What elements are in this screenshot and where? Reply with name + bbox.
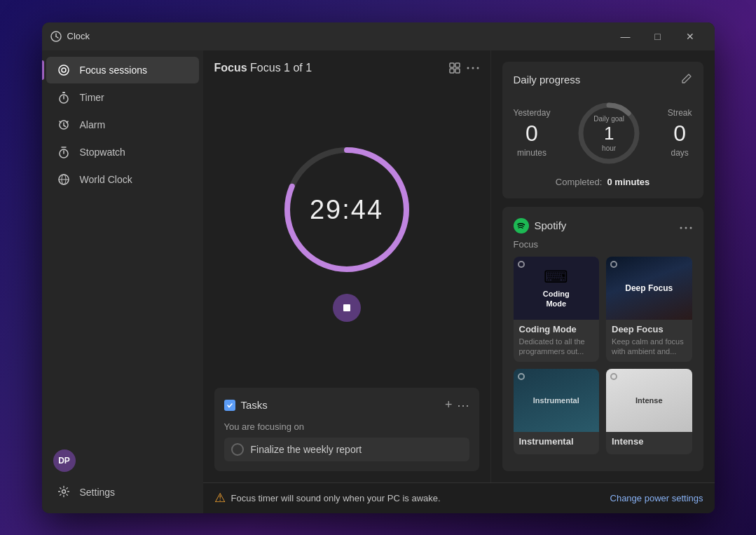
yesterday-label: Yesterday	[514, 108, 551, 118]
svg-line-2	[56, 36, 58, 38]
intense-thumb: Intense	[606, 369, 692, 432]
focus-header: Focus Focus 1 of 1	[214, 62, 479, 74]
content-area: Focus Focus 1 of 1	[203, 50, 715, 482]
sidebar-item-stopwatch[interactable]: Stopwatch	[46, 139, 199, 165]
instrumental-info: Instrumental	[514, 432, 600, 454]
deep-focus-desc: Keep calm and focus with ambient and...	[612, 337, 687, 357]
coding-mode-overlay: ⌨ CodingMode	[514, 257, 600, 320]
worldclock-icon	[57, 173, 70, 186]
tasks-more-button[interactable]: ⋯	[457, 398, 469, 413]
sidebar-item-focus[interactable]: Focus sessions	[46, 57, 199, 83]
focus-controls	[448, 62, 479, 74]
timer-icon	[57, 91, 70, 104]
spotify-section-label: Focus	[514, 239, 692, 250]
tasks-actions: + ⋯	[445, 398, 469, 413]
title-bar: Clock — □ ✕	[42, 22, 715, 50]
coding-mode-text: CodingMode	[543, 290, 570, 308]
change-power-settings-link[interactable]: Change power settings	[610, 493, 703, 503]
coding-mode-desc: Dedicated to all the programmers out...	[519, 337, 594, 357]
title-bar-controls: — □ ✕	[610, 25, 706, 48]
spotify-logo	[514, 218, 529, 233]
tasks-icon	[224, 400, 235, 411]
alarm-icon	[57, 118, 70, 131]
svg-rect-16	[450, 69, 454, 73]
timer-container: 29:44	[214, 83, 479, 379]
sidebar-item-settings[interactable]: Settings	[46, 478, 199, 507]
svg-point-26	[680, 227, 682, 229]
sidebar-item-worldclock[interactable]: World Clock	[46, 166, 199, 193]
warning-icon: ⚠	[214, 490, 226, 506]
spotify-panel: Spotify Focus	[502, 207, 703, 471]
sidebar: Focus sessions Timer	[42, 50, 203, 513]
daily-progress-title: Daily progress	[514, 74, 581, 86]
playlist-card-intense[interactable]: Intense Intense	[606, 369, 692, 454]
notification-bar: ⚠ Focus timer will sound only when your …	[203, 482, 715, 513]
streak-unit: days	[668, 148, 692, 158]
focus-session-label: Focus Focus 1 of 1	[214, 62, 312, 74]
sidebar-timer-label: Timer	[80, 92, 104, 103]
task-item: Finalize the weekly report	[224, 438, 469, 461]
title-bar-text: Clock	[67, 31, 610, 41]
svg-point-4	[62, 68, 66, 72]
focus-panel: Focus Focus 1 of 1	[203, 50, 490, 482]
focusing-on-text: You are focusing on	[224, 421, 469, 432]
right-panel: Daily progress Yesterday 0	[490, 50, 715, 482]
svg-point-13	[62, 489, 65, 493]
spotify-more-button[interactable]	[680, 218, 692, 233]
intense-name: Intense	[612, 436, 687, 447]
svg-point-27	[685, 227, 687, 229]
instrumental-text: Instrumental	[533, 396, 579, 405]
sidebar-bottom: DP Settings	[42, 444, 203, 508]
avatar: DP	[53, 449, 76, 472]
coding-mode-info: Coding Mode Dedicated to all the program…	[514, 320, 600, 363]
sidebar-item-timer[interactable]: Timer	[46, 84, 199, 111]
playlist-card-coding-mode[interactable]: ⌨ CodingMode Coding Mode Dedicated to al…	[514, 257, 600, 363]
tasks-title: Tasks	[241, 399, 268, 411]
sidebar-stopwatch-label: Stopwatch	[80, 147, 125, 158]
timer-ring: 29:44	[277, 140, 417, 280]
svg-point-20	[476, 67, 479, 69]
spotify-brand: Spotify	[514, 218, 567, 233]
deep-focus-text: Deep Focus	[625, 283, 673, 293]
daily-goal-center: Daily goal 1 hour	[593, 114, 624, 151]
instrumental-thumb: Instrumental	[514, 369, 600, 432]
playlist-card-instrumental[interactable]: Instrumental Instrumental	[514, 369, 600, 454]
tasks-panel: Tasks + ⋯ You are focusing on Finalize t…	[214, 388, 479, 471]
timer-stop-button[interactable]	[333, 294, 361, 322]
streak-stat: Streak 0 days	[668, 108, 692, 158]
maximize-button[interactable]: □	[642, 25, 674, 48]
progress-stats: Yesterday 0 minutes	[514, 98, 692, 168]
completed-text: Completed: 0 minutes	[514, 177, 692, 187]
focus-expand-button[interactable]	[448, 62, 461, 74]
user-section: DP	[42, 444, 203, 478]
sidebar-worldclock-label: World Clock	[80, 174, 132, 185]
playlist-card-deep-focus[interactable]: Deep Focus Deep Focus Keep calm and focu…	[606, 257, 692, 363]
sidebar-focus-label: Focus sessions	[80, 65, 147, 76]
task-checkbox[interactable]	[231, 443, 244, 456]
focus-more-button[interactable]	[467, 67, 479, 69]
svg-point-3	[59, 65, 69, 75]
task-text: Finalize the weekly report	[251, 444, 362, 455]
edit-goal-button[interactable]	[681, 73, 692, 87]
goal-value: 1	[593, 122, 624, 144]
instrumental-name: Instrumental	[519, 436, 594, 447]
deep-focus-thumb: Deep Focus	[606, 257, 692, 320]
svg-rect-15	[455, 63, 460, 67]
intense-info: Intense	[606, 432, 692, 454]
daily-progress-card: Daily progress Yesterday 0	[502, 62, 703, 198]
deep-focus-name: Deep Focus	[612, 324, 687, 334]
svg-rect-14	[450, 63, 454, 67]
yesterday-stat: Yesterday 0 minutes	[514, 108, 551, 158]
app-icon	[50, 31, 62, 42]
minimize-button[interactable]: —	[610, 25, 642, 48]
svg-rect-5	[62, 92, 65, 93]
tasks-header: Tasks + ⋯	[224, 398, 469, 413]
tasks-title-row: Tasks	[224, 399, 268, 411]
nav-item-wrapper-focus: Focus sessions	[42, 57, 203, 83]
notification-text: Focus timer will sound only when your PC…	[231, 493, 605, 503]
spotify-name: Spotify	[535, 219, 567, 231]
add-task-button[interactable]: +	[445, 398, 453, 413]
intense-text: Intense	[635, 396, 663, 405]
close-button[interactable]: ✕	[674, 25, 706, 48]
sidebar-item-alarm[interactable]: Alarm	[46, 111, 199, 138]
